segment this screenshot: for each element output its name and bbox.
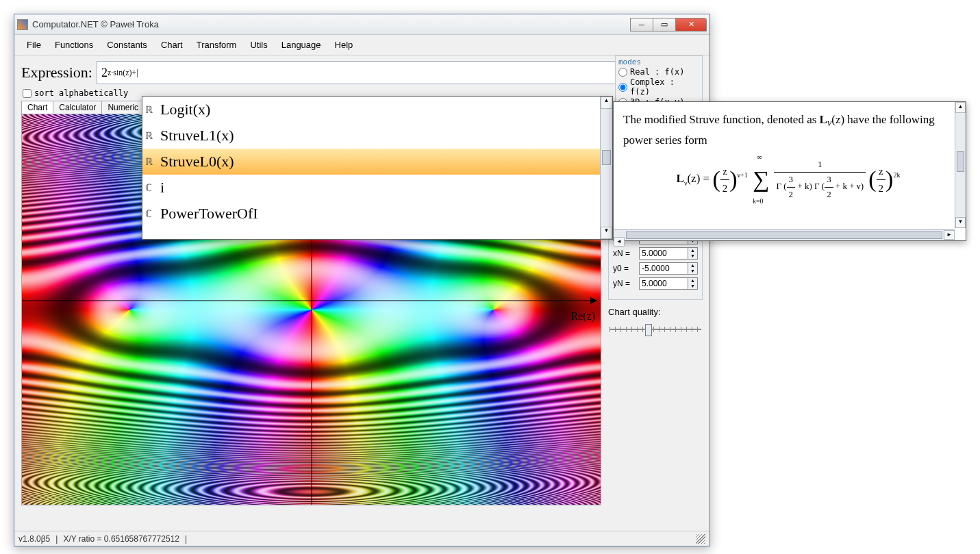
quality-slider[interactable] xyxy=(608,323,703,336)
close-button[interactable]: ✕ xyxy=(675,18,707,32)
type-icon: ℝ xyxy=(145,156,158,168)
main-window: Computator.NET © Paweł Troka ─ ▭ ✕ File … xyxy=(14,14,710,546)
expression-label: Expression: xyxy=(21,64,92,81)
tooltip-vscroll-thumb[interactable] xyxy=(957,151,964,172)
status-version: v1.8.0β5 xyxy=(18,534,50,544)
scroll-down-icon[interactable]: ▼ xyxy=(601,227,612,239)
yn-label: yN = xyxy=(613,279,636,288)
autocomplete-item[interactable]: ℝLogit(x) xyxy=(142,97,600,123)
sort-checkbox[interactable] xyxy=(23,89,32,98)
mode-real-radio[interactable] xyxy=(618,68,627,77)
y0-label: y0 = xyxy=(613,264,636,273)
y0-input[interactable] xyxy=(639,262,688,275)
tab-chart[interactable]: Chart xyxy=(21,101,53,114)
tab-calculator[interactable]: Calculator xyxy=(53,101,102,114)
mode-real[interactable]: Real : f(x) xyxy=(618,67,699,77)
yn-spinner[interactable]: ▲▼ xyxy=(688,277,698,290)
autocomplete-item-text: Logit(x) xyxy=(160,101,210,118)
modes-legend: modes xyxy=(618,58,699,66)
mode-complex-radio[interactable] xyxy=(618,83,627,92)
menu-functions[interactable]: Functions xyxy=(48,38,100,52)
xn-spinner[interactable]: ▲▼ xyxy=(688,247,698,260)
autocomplete-item[interactable]: ℂi xyxy=(142,175,600,201)
app-icon xyxy=(17,19,28,30)
tooltip-hscrollbar[interactable]: ◄ ► xyxy=(614,229,955,240)
status-ratio: X/Y ratio = 0.651658767772512 xyxy=(63,534,179,544)
autocomplete-item-text: StruveL0(x) xyxy=(160,153,234,171)
statusbar: v1.8.0β5 | X/Y ratio = 0.651658767772512… xyxy=(14,531,709,546)
expression-input[interactable]: 2z·sin(z)+| xyxy=(97,61,703,84)
scroll-thumb[interactable] xyxy=(602,150,611,165)
function-tooltip-panel: The modified Struve function, denoted as… xyxy=(613,101,966,241)
type-icon: ℂ xyxy=(145,182,158,194)
chart-quality-title: Chart quality: xyxy=(608,307,703,317)
yn-input[interactable] xyxy=(639,277,688,290)
axis-re-label: Re(z) xyxy=(570,310,595,323)
sort-label: sort alphabetically xyxy=(34,88,128,98)
menu-file[interactable]: File xyxy=(20,38,48,52)
autocomplete-item-text: i xyxy=(160,179,164,197)
scroll-up-icon[interactable]: ▲ xyxy=(601,97,612,109)
autocomplete-item[interactable]: ℂPowerTowerOfI xyxy=(142,201,600,227)
titlebar[interactable]: Computator.NET © Paweł Troka ─ ▭ ✕ xyxy=(14,14,709,35)
tooltip-scroll-right-icon[interactable]: ► xyxy=(944,230,955,240)
xn-input[interactable] xyxy=(639,247,688,260)
tooltip-scroll-left-icon[interactable]: ◄ xyxy=(614,237,625,247)
tooltip-scroll-down-icon[interactable]: ▼ xyxy=(955,217,966,228)
resize-grip-icon[interactable] xyxy=(696,534,705,544)
autocomplete-scrollbar[interactable]: ▲ ▼ xyxy=(600,97,612,239)
window-title: Computator.NET © Paweł Troka xyxy=(32,19,631,29)
autocomplete-item[interactable]: ℝStruveL1(x) xyxy=(142,123,600,149)
mode-complex-label: Complex : f(z) xyxy=(630,77,699,97)
chart-quality-group: Chart quality: xyxy=(608,307,703,336)
menu-utils[interactable]: Utils xyxy=(243,38,274,52)
tooltip-scroll-up-icon[interactable]: ▲ xyxy=(955,102,966,113)
menu-transform[interactable]: Transform xyxy=(190,38,244,52)
tooltip-hscroll-thumb[interactable] xyxy=(626,231,942,239)
type-icon: ℝ xyxy=(145,104,158,116)
menu-chart[interactable]: Chart xyxy=(154,38,190,52)
autocomplete-item-text: PowerTowerOfI xyxy=(160,205,258,223)
xn-label: xN = xyxy=(613,249,636,258)
maximize-button[interactable]: ▭ xyxy=(653,18,676,32)
autocomplete-item-text: StruveL1(x) xyxy=(160,127,234,144)
expr-exponent: z·sin(z)+| xyxy=(108,68,138,78)
autocomplete-popup: ℝLogit(x)ℝStruveL1(x)ℝStruveL0(x)ℂiℂPowe… xyxy=(142,96,613,240)
y0-spinner[interactable]: ▲▼ xyxy=(688,262,698,275)
tooltip-vscrollbar[interactable]: ▲ ▼ xyxy=(955,102,966,228)
type-icon: ℂ xyxy=(145,208,158,220)
tooltip-formula: Lν(z) = (z2)ν+1 ∞ ∑ k=0 1Γ (32 + k) Γ (3… xyxy=(623,158,953,201)
type-icon: ℝ xyxy=(145,130,158,142)
quality-slider-thumb[interactable] xyxy=(645,324,652,336)
menu-help[interactable]: Help xyxy=(328,38,360,52)
menu-language[interactable]: Language xyxy=(275,38,328,52)
expr-base: 2 xyxy=(101,66,108,80)
mode-complex[interactable]: Complex : f(z) xyxy=(618,77,699,97)
menubar: File Functions Constants Chart Transform… xyxy=(14,35,709,55)
tooltip-description: The modified Struve function, denoted as… xyxy=(623,110,953,149)
menu-constants[interactable]: Constants xyxy=(100,38,154,52)
mode-real-label: Real : f(x) xyxy=(630,67,684,77)
autocomplete-item[interactable]: ℝStruveL0(x) xyxy=(142,149,600,175)
tab-numeric[interactable]: Numeric xyxy=(101,101,145,114)
autocomplete-list[interactable]: ℝLogit(x)ℝStruveL1(x)ℝStruveL0(x)ℂiℂPowe… xyxy=(142,97,600,239)
minimize-button[interactable]: ─ xyxy=(630,18,653,32)
